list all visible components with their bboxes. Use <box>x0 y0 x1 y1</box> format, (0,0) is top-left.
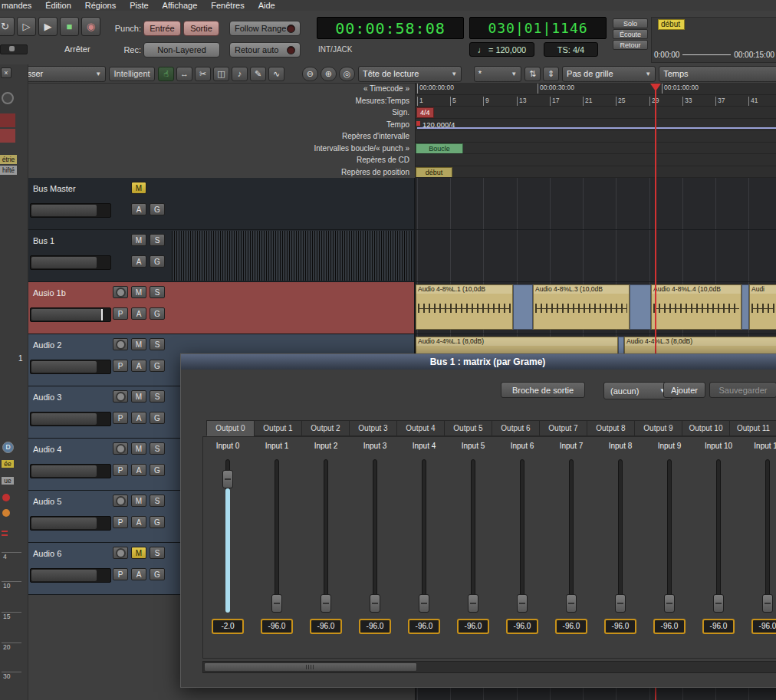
menu-item-affichage[interactable]: Affichage <box>163 1 198 10</box>
gain-fader[interactable] <box>498 459 547 613</box>
monitor-knob-icon[interactable] <box>2 92 14 104</box>
grid-mode-combo[interactable]: Pas de grille▼ <box>562 66 656 82</box>
track-gain-fader[interactable] <box>30 255 111 270</box>
close-icon[interactable]: × <box>1 67 12 78</box>
a-button[interactable]: A <box>131 516 146 528</box>
track-gain-fader[interactable] <box>30 568 111 583</box>
draw-tool-button[interactable]: ✎ <box>250 67 266 81</box>
track-header-ausio-1b[interactable]: Ausio 1bMSPAG <box>28 282 415 334</box>
measures-ruler[interactable]: 1591317212529333741 <box>416 95 776 107</box>
g-button[interactable]: G <box>150 255 165 268</box>
audio-region[interactable]: Audio 4-8%L.3 (10,0dB <box>533 284 630 330</box>
retour-button[interactable]: Retour <box>613 40 648 50</box>
track-name[interactable]: Audio 2 <box>33 340 61 350</box>
punch-out-button[interactable]: Sortie <box>183 21 219 36</box>
track-gain-fader[interactable] <box>30 464 111 478</box>
gain-value[interactable]: -2.0 <box>212 619 244 634</box>
output-pin-button[interactable]: Broche de sortie <box>501 382 585 398</box>
sync-source-label[interactable]: INT/JACK <box>318 45 352 54</box>
follow-range-button[interactable]: Follow Range <box>229 21 301 36</box>
solo-button[interactable]: S <box>150 234 165 246</box>
a-button[interactable]: A <box>131 412 146 424</box>
track-name[interactable]: Audio 6 <box>33 549 61 558</box>
tab-output-10[interactable]: Output 10 <box>682 420 729 436</box>
cut-tool-button[interactable]: ✂ <box>195 67 211 81</box>
-coute-button[interactable]: Écoute <box>613 29 648 39</box>
track-name[interactable]: Ausio 1b <box>33 288 66 297</box>
zoom-fit-button[interactable]: ◎ <box>339 67 355 81</box>
tab-output-2[interactable]: Output 2 <box>301 420 349 436</box>
tab-output-1[interactable]: Output 1 <box>254 420 301 436</box>
tab-output-3[interactable]: Output 3 <box>349 420 396 436</box>
strip-tab-label[interactable]: étrie <box>0 155 17 164</box>
audition-tool-button[interactable]: ♪ <box>232 67 248 81</box>
solo-button[interactable]: Solo <box>613 18 648 28</box>
menu-item--dition[interactable]: Édition <box>45 1 71 10</box>
ruler-canvas[interactable]: 00:00:00:0000:00:30:0000:01:00:00 159131… <box>415 83 776 178</box>
track-gain-fader[interactable] <box>30 307 111 322</box>
gain-value[interactable]: -96.0 <box>653 619 686 634</box>
signature-marker[interactable]: 4/4 <box>416 107 434 118</box>
strip-tab-label[interactable]: hifté <box>0 166 17 175</box>
fader-handle[interactable] <box>321 594 331 613</box>
gain-fader[interactable] <box>449 459 498 613</box>
record-arm-button[interactable] <box>113 495 128 507</box>
mute-button[interactable]: M <box>131 390 146 403</box>
record-arm-button[interactable] <box>113 547 128 559</box>
gain-fader[interactable] <box>203 459 252 613</box>
tab-output-6[interactable]: Output 6 <box>492 420 539 436</box>
gain-fader[interactable] <box>743 459 776 613</box>
fader-handle[interactable] <box>615 594 626 613</box>
audio-region[interactable]: Audi <box>749 284 776 330</box>
zoom-out-button[interactable]: ⊖ <box>302 67 318 81</box>
strip-mini-label[interactable]: ue <box>2 477 14 485</box>
audio-region[interactable] <box>513 284 533 330</box>
record-dot-icon[interactable] <box>2 494 10 501</box>
gain-fader[interactable] <box>596 459 645 613</box>
track-gain-fader[interactable] <box>30 516 111 531</box>
fader-handle[interactable] <box>370 594 380 613</box>
loop-punch-ruler[interactable]: Boucle <box>416 143 776 155</box>
menu-item-aide[interactable]: Aide <box>258 1 275 10</box>
preset-combo[interactable]: (aucun) ▼ <box>603 382 672 399</box>
mute-button[interactable]: M <box>131 286 146 298</box>
menu-item-r-gions[interactable]: Régions <box>85 1 116 10</box>
fader-handle[interactable] <box>664 594 675 613</box>
mute-button[interactable]: M <box>131 338 146 350</box>
gain-fader[interactable] <box>350 459 400 613</box>
record-arm-button[interactable] <box>113 442 128 455</box>
track-header-bus-master[interactable]: Bus MasterMAG <box>28 178 415 230</box>
tab-output-8[interactable]: Output 8 <box>587 420 634 436</box>
range-markers-ruler[interactable] <box>416 130 776 143</box>
auto-return-button[interactable]: Retour auto <box>229 42 301 58</box>
record-arm-button[interactable] <box>113 390 128 403</box>
signature-ruler[interactable]: 4/4 <box>416 107 776 119</box>
gain-fader[interactable] <box>547 459 596 613</box>
gain-value[interactable]: -96.0 <box>555 619 587 634</box>
mute-button[interactable]: M <box>131 234 146 246</box>
audio-region[interactable] <box>630 284 651 330</box>
a-button[interactable]: A <box>131 568 146 580</box>
stop-button[interactable]: ■ <box>60 17 79 36</box>
tab-output-0[interactable]: Output 0 <box>206 420 254 436</box>
fader-handle[interactable] <box>566 594 577 613</box>
audio-region[interactable]: Audio 4-8%L.1 (10,0dB <box>416 284 513 330</box>
fader-handle[interactable] <box>419 594 429 613</box>
menu-item-fen-tres[interactable]: Fenêtres <box>211 1 244 10</box>
gain-value[interactable]: -96.0 <box>457 619 489 634</box>
fader-handle[interactable] <box>222 470 233 488</box>
gain-value[interactable]: -96.0 <box>359 619 391 634</box>
fader-handle[interactable] <box>468 594 478 613</box>
gain-value[interactable]: -96.0 <box>310 619 342 634</box>
track-height-combo[interactable]: *▼ <box>474 66 521 82</box>
loop-button[interactable]: ↻ <box>0 17 15 36</box>
shrink-tracks-button[interactable]: ⇅ <box>524 67 541 81</box>
play-range-button[interactable]: ▷ <box>17 17 36 36</box>
position-marker[interactable]: début <box>416 167 452 178</box>
audio-region[interactable]: Audio 4-8%L.4 (10,0dB <box>651 284 741 330</box>
solo-button[interactable]: S <box>150 547 165 559</box>
audio-region[interactable] <box>741 284 749 330</box>
scrollbar-thumb[interactable] <box>204 662 417 672</box>
track-name[interactable]: Audio 3 <box>33 393 61 402</box>
punch-in-button[interactable]: Entrée <box>143 21 181 36</box>
